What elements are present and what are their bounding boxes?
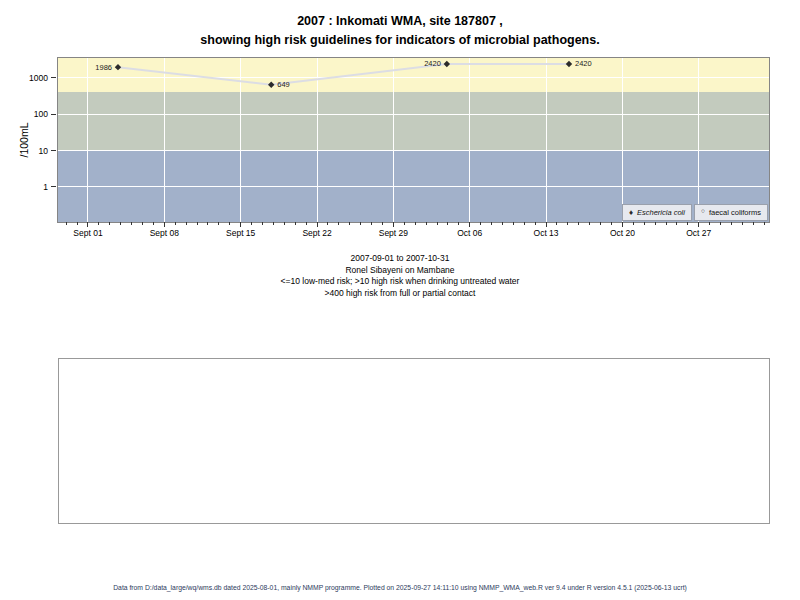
x-minor-tick — [327, 222, 328, 225]
caption-risk-note-drinking: <=10 low-med risk; >10 high risk when dr… — [0, 276, 800, 288]
y-tick — [51, 150, 56, 151]
chart-title: 2007 : Inkomati WMA, site 187807 , showi… — [0, 12, 800, 49]
x-minor-tick — [578, 222, 579, 225]
x-tick-label: Oct 27 — [669, 228, 729, 238]
x-major-tick — [240, 222, 241, 227]
x-minor-tick — [153, 222, 154, 225]
x-minor-tick — [382, 222, 383, 225]
x-minor-tick — [611, 222, 612, 225]
data-point-marker — [566, 61, 572, 67]
x-minor-tick — [524, 222, 525, 225]
caption-date-range: 2007-09-01 to 2007-10-31 — [0, 253, 800, 265]
x-tick-label: Oct 20 — [592, 228, 652, 238]
x-major-tick — [393, 222, 394, 227]
data-point-label: 2420 — [575, 59, 592, 68]
x-minor-tick — [229, 222, 230, 225]
x-minor-tick — [273, 222, 274, 225]
x-major-tick — [164, 222, 165, 227]
x-minor-tick — [600, 222, 601, 225]
legend-item-eschericia-coli: ♦ Eschericia coli — [622, 204, 692, 221]
x-minor-tick — [349, 222, 350, 225]
x-axis-labels: Sept 01Sept 08Sept 15Sept 22Sept 29Oct 0… — [58, 228, 769, 240]
data-point-marker — [444, 61, 450, 67]
y-tick — [51, 77, 56, 78]
x-major-tick — [622, 222, 623, 227]
legend-label-faecal-coliforms: faecal coliforms — [709, 208, 761, 217]
x-minor-tick — [251, 222, 252, 225]
x-minor-tick — [491, 222, 492, 225]
plot-area: 198664924202420 ♦ Eschericia coli ○ faec… — [57, 57, 770, 223]
x-minor-tick — [458, 222, 459, 225]
x-minor-tick — [142, 222, 143, 225]
x-minor-tick — [556, 222, 557, 225]
x-tick-label: Sept 22 — [287, 228, 347, 238]
x-tick-label: Sept 01 — [58, 228, 118, 238]
x-minor-tick — [502, 222, 503, 225]
x-minor-tick — [120, 222, 121, 225]
x-minor-tick — [207, 222, 208, 225]
series-line — [118, 64, 569, 85]
data-point-marker — [268, 82, 274, 88]
x-minor-tick — [371, 222, 372, 225]
x-minor-tick — [567, 222, 568, 225]
data-point-label: 2420 — [424, 59, 441, 68]
caption-site-operator: Ronel Sibayeni on Mambane — [0, 265, 800, 277]
x-minor-tick — [77, 222, 78, 225]
x-minor-tick — [731, 222, 732, 225]
y-tick-label: 100 — [8, 109, 48, 119]
x-minor-tick — [742, 222, 743, 225]
filled-diamond-icon: ♦ — [629, 209, 633, 217]
x-major-tick — [317, 222, 318, 227]
data-point-label: 1986 — [95, 63, 112, 72]
chart-caption: 2007-09-01 to 2007-10-31 Ronel Sibayeni … — [0, 253, 800, 299]
data-series: 198664924202420 — [58, 58, 769, 222]
x-minor-tick — [306, 222, 307, 225]
x-minor-tick — [175, 222, 176, 225]
legend: ♦ Eschericia coli ○ faecal coliforms — [622, 204, 768, 221]
x-minor-tick — [262, 222, 263, 225]
x-minor-tick — [338, 222, 339, 225]
x-minor-tick — [109, 222, 110, 225]
legend-item-faecal-coliforms: ○ faecal coliforms — [694, 204, 768, 221]
x-minor-tick — [709, 222, 710, 225]
x-tick-label: Sept 15 — [211, 228, 271, 238]
y-tick — [51, 186, 56, 187]
x-minor-tick — [66, 222, 67, 225]
x-tick-label: Oct 13 — [516, 228, 576, 238]
x-minor-tick — [447, 222, 448, 225]
footer-provenance-text: Data from D:/data_large/wq/wms.db dated … — [0, 584, 800, 591]
x-minor-tick — [131, 222, 132, 225]
x-minor-tick — [676, 222, 677, 225]
y-tick-label: 1 — [8, 182, 48, 192]
x-minor-tick — [480, 222, 481, 225]
data-point-marker — [115, 64, 121, 70]
x-minor-tick — [186, 222, 187, 225]
x-minor-tick — [589, 222, 590, 225]
x-minor-tick — [98, 222, 99, 225]
open-circle-icon: ○ — [701, 207, 705, 215]
x-major-tick — [469, 222, 470, 227]
legend-label-eschericia-coli: Eschericia coli — [637, 208, 685, 217]
x-minor-tick — [218, 222, 219, 225]
data-point-label: 649 — [277, 80, 290, 89]
caption-risk-note-contact: >400 high risk from full or partial cont… — [0, 288, 800, 300]
x-minor-tick — [535, 222, 536, 225]
chart-title-line1: 2007 : Inkomati WMA, site 187807 , — [0, 12, 800, 31]
y-tick-label: 10 — [8, 146, 48, 156]
x-minor-tick — [655, 222, 656, 225]
x-tick-label: Sept 08 — [134, 228, 194, 238]
x-minor-tick — [764, 222, 765, 225]
x-minor-tick — [415, 222, 416, 225]
x-minor-tick — [284, 222, 285, 225]
x-minor-tick — [644, 222, 645, 225]
x-minor-tick — [687, 222, 688, 225]
x-tick-label: Oct 06 — [440, 228, 500, 238]
x-minor-tick — [360, 222, 361, 225]
x-minor-tick — [426, 222, 427, 225]
x-minor-tick — [295, 222, 296, 225]
x-minor-tick — [404, 222, 405, 225]
x-minor-tick — [720, 222, 721, 225]
x-minor-tick — [513, 222, 514, 225]
y-tick — [51, 114, 56, 115]
empty-second-panel — [58, 358, 770, 524]
